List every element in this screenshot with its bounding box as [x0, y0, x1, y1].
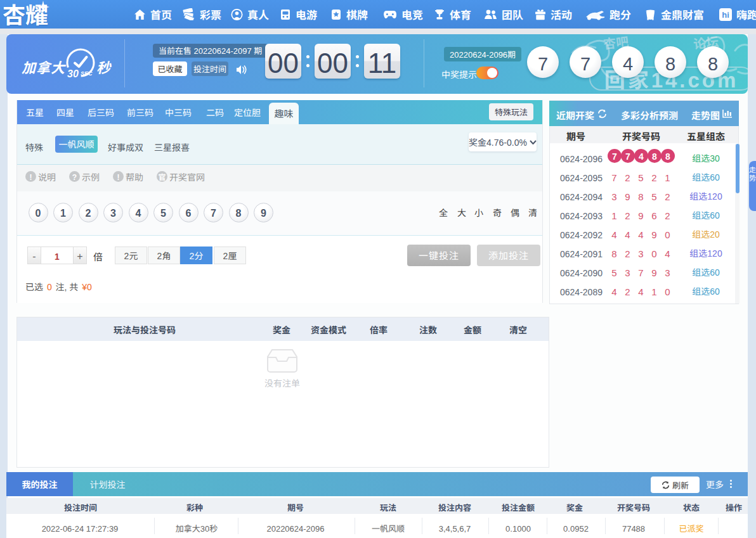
svg-text:hi: hi — [722, 10, 729, 20]
